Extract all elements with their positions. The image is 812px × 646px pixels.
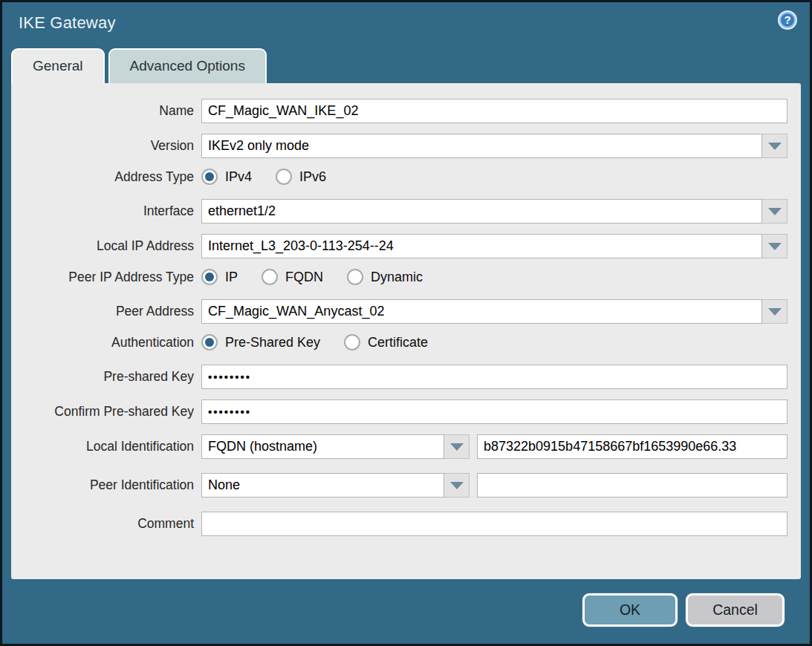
interface-dropdown-button[interactable] xyxy=(762,199,787,224)
pre-shared-key-label: Pre-shared Key xyxy=(11,369,201,385)
radio-label-ipv4: IPv4 xyxy=(225,169,252,185)
pre-shared-key-input[interactable] xyxy=(201,365,787,389)
chevron-down-icon xyxy=(768,243,782,250)
local-identification-value-input[interactable] xyxy=(477,434,787,459)
version-dropdown-button[interactable] xyxy=(762,134,787,158)
peer-identification-label: Peer Identification xyxy=(11,477,201,493)
cancel-button[interactable]: Cancel xyxy=(686,593,785,627)
authentication-row: Authentication Pre-Shared Key Certificat… xyxy=(11,334,787,350)
comment-row: Comment xyxy=(11,512,787,536)
interface-label: Interface xyxy=(11,203,201,219)
version-input[interactable] xyxy=(201,134,762,158)
radio-label-dynamic: Dynamic xyxy=(371,270,423,285)
interface-input[interactable] xyxy=(201,199,762,224)
radio-label-certificate: Certificate xyxy=(368,335,428,350)
tab-advanced-options[interactable]: Advanced Options xyxy=(108,48,267,83)
local-identification-label: Local Identification xyxy=(11,439,201,454)
chevron-down-icon xyxy=(768,308,782,316)
chevron-down-icon xyxy=(450,443,464,451)
radio-ipv6[interactable]: IPv6 xyxy=(276,169,326,185)
dialog-footer: OK Cancel xyxy=(582,593,785,627)
radio-label-ipv6: IPv6 xyxy=(299,169,326,185)
radio-dynamic[interactable]: Dynamic xyxy=(347,269,423,285)
help-icon[interactable]: ? xyxy=(779,12,796,28)
pre-shared-key-row: Pre-shared Key xyxy=(11,365,787,389)
interface-row: Interface xyxy=(11,199,787,224)
address-type-row: Address Type IPv4 IPv6 xyxy=(11,169,787,185)
local-identification-row: Local Identification xyxy=(11,434,787,459)
local-ip-address-label: Local IP Address xyxy=(11,238,201,254)
local-ip-address-dropdown-button[interactable] xyxy=(762,234,787,258)
ike-gateway-dialog: IKE Gateway ? General Advanced Options N… xyxy=(0,0,812,646)
peer-ip-address-type-row: Peer IP Address Type IP FQDN Dynamic xyxy=(11,269,787,285)
peer-address-dropdown-button[interactable] xyxy=(762,299,787,324)
peer-identification-type-input[interactable] xyxy=(201,473,444,497)
radio-pre-shared-key[interactable]: Pre-Shared Key xyxy=(201,334,320,350)
window-title: IKE Gateway xyxy=(19,13,116,33)
confirm-pre-shared-key-row: Confirm Pre-shared Key xyxy=(11,399,787,424)
general-tab-panel: Name Version Address Type IPv4 xyxy=(11,83,801,579)
chevron-down-icon xyxy=(768,208,782,215)
local-ip-address-input[interactable] xyxy=(201,234,762,258)
version-label: Version xyxy=(11,138,201,154)
peer-address-label: Peer Address xyxy=(11,304,201,319)
comment-input[interactable] xyxy=(201,512,787,536)
chevron-down-icon xyxy=(450,482,464,489)
version-row: Version xyxy=(11,134,787,158)
radio-ip[interactable]: IP xyxy=(201,269,238,285)
radio-circle-pre-shared-key xyxy=(201,334,218,350)
authentication-label: Authentication xyxy=(11,335,201,350)
peer-identification-value-input[interactable] xyxy=(477,473,787,497)
radio-circle-certificate xyxy=(344,334,360,350)
local-identification-type-input[interactable] xyxy=(201,434,444,459)
chevron-down-icon xyxy=(768,143,782,150)
comment-label: Comment xyxy=(11,516,201,532)
peer-ip-address-type-label: Peer IP Address Type xyxy=(11,270,201,285)
title-bar: IKE Gateway ? xyxy=(2,2,810,48)
radio-circle-ipv4 xyxy=(201,169,218,185)
tab-bar: General Advanced Options xyxy=(2,48,810,83)
radio-circle-ip xyxy=(201,269,218,285)
peer-address-input[interactable] xyxy=(201,299,762,324)
peer-identification-dropdown-button[interactable] xyxy=(444,473,470,497)
name-row: Name xyxy=(11,99,787,123)
confirm-pre-shared-key-label: Confirm Pre-shared Key xyxy=(11,404,201,420)
confirm-pre-shared-key-input[interactable] xyxy=(201,399,787,424)
radio-label-pre-shared-key: Pre-Shared Key xyxy=(225,335,320,350)
local-ip-address-row: Local IP Address xyxy=(11,234,787,258)
ok-button[interactable]: OK xyxy=(582,593,678,627)
radio-fqdn[interactable]: FQDN xyxy=(262,269,323,285)
radio-label-fqdn: FQDN xyxy=(285,270,323,285)
peer-identification-row: Peer Identification xyxy=(11,473,787,497)
address-type-label: Address Type xyxy=(11,169,201,185)
tab-general[interactable]: General xyxy=(11,48,105,83)
name-label: Name xyxy=(11,103,201,119)
name-input[interactable] xyxy=(201,99,787,123)
radio-circle-ipv6 xyxy=(276,169,292,185)
radio-label-ip: IP xyxy=(225,270,238,285)
peer-address-row: Peer Address xyxy=(11,299,787,324)
radio-circle-fqdn xyxy=(262,269,278,285)
local-identification-dropdown-button[interactable] xyxy=(444,434,470,459)
radio-circle-dynamic xyxy=(347,269,363,285)
radio-ipv4[interactable]: IPv4 xyxy=(201,169,252,185)
radio-certificate[interactable]: Certificate xyxy=(344,334,428,350)
